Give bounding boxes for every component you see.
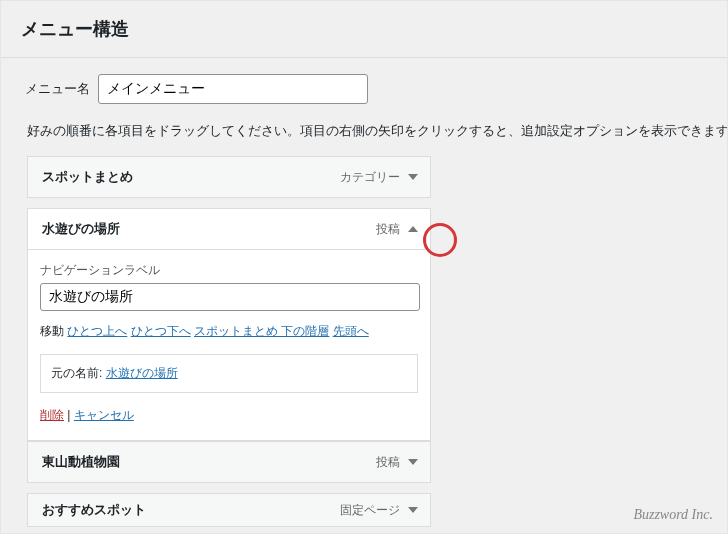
watermark-text: Buzzword Inc.	[633, 507, 713, 523]
move-down-link[interactable]: ひとつ下へ	[131, 324, 191, 338]
original-name-label: 元の名前:	[51, 366, 102, 380]
move-top-link[interactable]: 先頭へ	[333, 324, 369, 338]
menu-item-type-area: 投稿	[376, 221, 418, 238]
nav-label-input[interactable]	[40, 283, 420, 311]
original-name-link[interactable]: 水遊びの場所	[106, 366, 178, 380]
move-up-link[interactable]: ひとつ上へ	[67, 324, 127, 338]
menu-structure-screen: メニュー構造 メニュー名 好みの順番に各項目をドラッグしてください。項目の右側の…	[0, 0, 728, 534]
menu-item-title: 水遊びの場所	[42, 220, 120, 238]
chevron-down-icon	[408, 174, 418, 180]
menu-name-input[interactable]	[98, 74, 368, 104]
help-text: 好みの順番に各項目をドラッグしてください。項目の右側の矢印をクリックすると、追加…	[11, 122, 727, 140]
menu-name-row: メニュー名	[11, 74, 727, 104]
menu-item-title: おすすめスポット	[42, 501, 146, 519]
move-under-link[interactable]: スポットまとめ 下の階層	[194, 324, 329, 338]
move-row: 移動 ひとつ上へ ひとつ下へ スポットまとめ 下の階層 先頭へ	[40, 323, 418, 340]
menu-name-label: メニュー名	[25, 80, 90, 98]
menu-item-type: 固定ページ	[340, 502, 400, 519]
move-label: 移動	[40, 324, 64, 338]
menu-item-type-area: 固定ページ	[340, 502, 418, 519]
chevron-down-icon	[408, 507, 418, 513]
original-name-box: 元の名前: 水遊びの場所	[40, 354, 418, 393]
menu-item-title: スポットまとめ	[42, 168, 133, 186]
menu-item-edit-panel: ナビゲーションラベル 移動 ひとつ上へ ひとつ下へ スポットまとめ 下の階層 先…	[27, 250, 431, 441]
menu-item-type: 投稿	[376, 454, 400, 471]
menu-item-2[interactable]: 東山動植物園 投稿	[27, 441, 431, 483]
chevron-down-icon	[408, 459, 418, 465]
menu-item-type: 投稿	[376, 221, 400, 238]
menu-item-0[interactable]: スポットまとめ カテゴリー	[27, 156, 431, 198]
menu-item-title: 東山動植物園	[42, 453, 120, 471]
delete-link[interactable]: 削除	[40, 408, 64, 422]
menu-item-type-area: 投稿	[376, 454, 418, 471]
chevron-up-icon	[408, 226, 418, 232]
menu-item-type-area: カテゴリー	[340, 169, 418, 186]
actions-separator: |	[64, 408, 74, 422]
cancel-link[interactable]: キャンセル	[74, 408, 134, 422]
nav-label-caption: ナビゲーションラベル	[40, 262, 418, 279]
menu-item-3[interactable]: おすすめスポット 固定ページ	[27, 493, 431, 527]
menu-item-type: カテゴリー	[340, 169, 400, 186]
page-title: メニュー構造	[1, 1, 727, 57]
menu-item-1[interactable]: 水遊びの場所 投稿	[27, 208, 431, 250]
menu-structure-inner: メニュー名 好みの順番に各項目をドラッグしてください。項目の右側の矢印をクリック…	[1, 57, 727, 527]
item-actions: 削除 | キャンセル	[40, 407, 418, 424]
